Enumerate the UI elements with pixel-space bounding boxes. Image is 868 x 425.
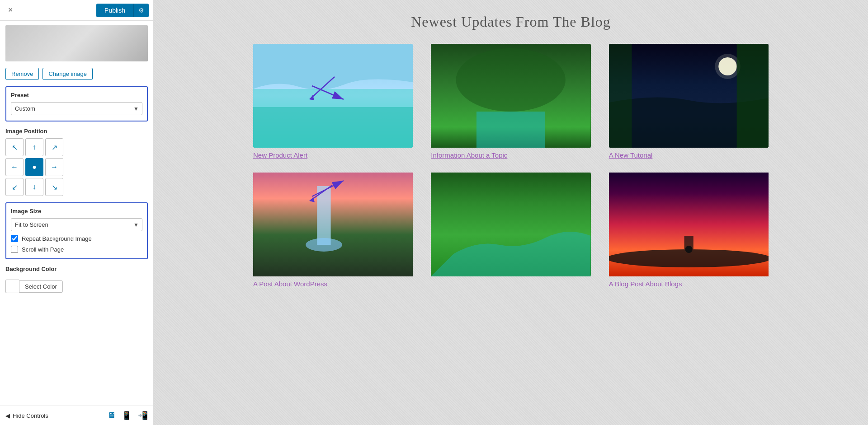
repeat-bg-row: Repeat Background Image: [11, 235, 142, 242]
close-button[interactable]: ×: [5, 4, 17, 17]
main-area: Newest Updates From The Blog: [154, 0, 868, 425]
svg-point-4: [456, 48, 566, 112]
hide-controls-arrow: ◀: [5, 412, 10, 419]
pos-bottom-center[interactable]: ↓: [25, 178, 43, 196]
pos-center-left[interactable]: ←: [5, 158, 24, 176]
hide-controls[interactable]: ◀ Hide Controls: [5, 412, 48, 419]
panel-content: Remove Change image Preset Default Custo…: [0, 21, 153, 406]
image-size-select[interactable]: Auto Fit to Screen Fill Screen Custom: [11, 218, 142, 231]
preset-section: Preset Default Custom Cover Contain Tile…: [5, 86, 148, 121]
svg-rect-12: [317, 186, 330, 245]
image-size-label: Image Size: [11, 208, 142, 215]
tablet-icon[interactable]: 📱: [122, 411, 132, 420]
blog-link-3[interactable]: A New Tutorial: [609, 151, 769, 159]
blog-item-5: [431, 173, 590, 288]
blog-item-6: A Blog Post About Blogs: [609, 173, 769, 288]
blog-link-4[interactable]: A Post About WordPress: [253, 280, 413, 288]
repeat-bg-label: Repeat Background Image: [22, 235, 92, 242]
color-swatch[interactable]: [5, 280, 19, 293]
image-size-section: Image Size Auto Fit to Screen Fill Scree…: [5, 202, 148, 259]
select-color-button[interactable]: Select Color: [19, 280, 63, 293]
svg-rect-2: [253, 89, 413, 148]
change-image-button[interactable]: Change image: [42, 68, 93, 80]
position-grid: ↖ ↑ ↗ ← ● → ↙ ↓ ↘: [5, 138, 148, 196]
publish-area: Publish ⚙: [96, 4, 149, 17]
publish-gear-button[interactable]: ⚙: [133, 4, 149, 17]
preset-select-wrap: Default Custom Cover Contain Tile ▼: [11, 102, 142, 115]
bg-color-section: Background Color Select Color: [5, 266, 148, 293]
blog-grid: New Product Alert: [253, 44, 769, 288]
scroll-page-checkbox[interactable]: [11, 246, 18, 253]
header-bar: × Publish ⚙: [0, 0, 153, 21]
blog-image-2: [431, 44, 590, 148]
preset-label: Preset: [11, 92, 142, 98]
blog-title: Newest Updates From The Blog: [176, 14, 845, 30]
bg-color-label: Background Color: [5, 266, 148, 272]
remove-button[interactable]: Remove: [5, 68, 39, 80]
blog-link-6[interactable]: A Blog Post About Blogs: [609, 280, 769, 288]
blog-link-1[interactable]: New Product Alert: [253, 151, 413, 159]
pos-center[interactable]: ●: [25, 158, 43, 176]
hide-controls-label: Hide Controls: [13, 412, 48, 419]
publish-button[interactable]: Publish: [96, 4, 133, 17]
pos-center-right[interactable]: →: [45, 158, 63, 176]
image-position-label: Image Position: [5, 128, 148, 135]
svg-rect-9: [736, 44, 769, 148]
svg-point-13: [306, 238, 342, 252]
blog-image-1: [253, 44, 413, 148]
svg-rect-5: [476, 112, 545, 148]
image-position-section: Image Position ↖ ↑ ↗ ← ● → ↙ ↓ ↘: [5, 128, 148, 196]
scroll-page-label: Scroll with Page: [22, 246, 64, 253]
blog-item-2: Information About a Topic: [431, 44, 590, 159]
mobile-icon[interactable]: 📲: [138, 411, 148, 420]
blog-link-2[interactable]: Information About a Topic: [431, 151, 590, 159]
blog-item-3: A New Tutorial: [609, 44, 769, 159]
blog-item-4: A Post About WordPress: [253, 173, 413, 288]
svg-rect-18: [684, 236, 693, 249]
svg-point-8: [715, 54, 741, 79]
blog-image-6: [609, 173, 769, 276]
blog-image-5: [431, 173, 590, 276]
blog-item-1: New Product Alert: [253, 44, 413, 159]
image-size-select-wrap: Auto Fit to Screen Fill Screen Custom ▼: [11, 218, 142, 231]
page-background: Newest Updates From The Blog: [154, 0, 868, 425]
pos-top-left[interactable]: ↖: [5, 138, 24, 156]
scroll-page-row: Scroll with Page: [11, 246, 142, 253]
svg-rect-11: [253, 173, 413, 276]
pos-top-center[interactable]: ↑: [25, 138, 43, 156]
device-icons: 🖥 📱 📲: [107, 411, 148, 420]
preset-select[interactable]: Default Custom Cover Contain Tile: [11, 102, 142, 115]
blog-image-4: [253, 173, 413, 276]
bottom-bar: ◀ Hide Controls 🖥 📱 📲: [0, 406, 153, 425]
image-thumbnail-preview: [5, 25, 148, 61]
pos-top-right[interactable]: ↗: [45, 138, 63, 156]
repeat-bg-checkbox[interactable]: [11, 235, 18, 242]
left-panel: × Publish ⚙ Remove Change image Preset D…: [0, 0, 154, 425]
desktop-icon[interactable]: 🖥: [107, 411, 115, 420]
color-btn-row: Select Color: [5, 280, 148, 293]
image-action-buttons: Remove Change image: [5, 68, 148, 80]
pos-bottom-right[interactable]: ↘: [45, 178, 63, 196]
blog-image-3: [609, 44, 769, 148]
svg-rect-10: [609, 44, 632, 148]
pos-bottom-left[interactable]: ↙: [5, 178, 24, 196]
